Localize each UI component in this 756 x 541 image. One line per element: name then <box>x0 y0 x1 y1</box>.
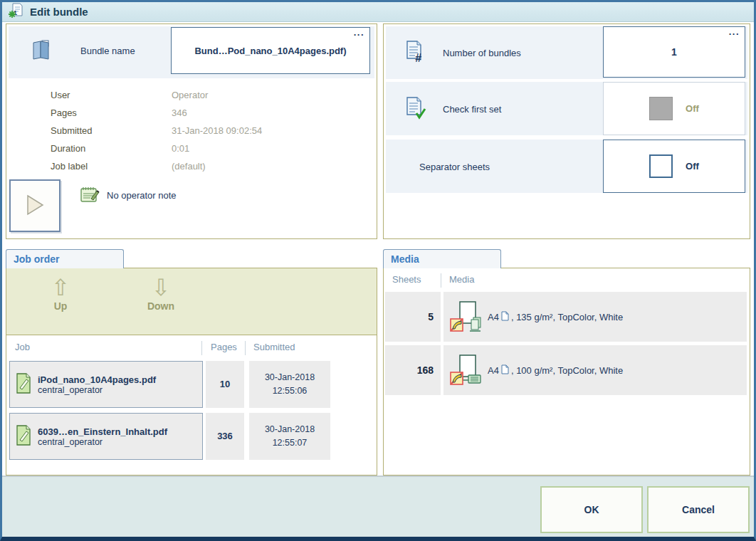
meta-label: User <box>51 90 172 100</box>
separator-sheets-toggle[interactable]: Off <box>603 140 745 193</box>
a4-portrait-icon <box>501 311 509 323</box>
job-order-tab-label: Job order <box>14 253 60 265</box>
separator-sheets-checkbox[interactable] <box>649 154 673 178</box>
up-arrow-icon: ⇧ <box>25 275 96 300</box>
column-separator <box>441 273 441 288</box>
column-header-media[interactable]: Media <box>449 274 474 285</box>
up-label: Up <box>54 300 68 312</box>
down-label: Down <box>147 300 174 312</box>
meta-label: Duration <box>51 143 172 154</box>
column-separator <box>201 341 202 355</box>
edit-bundle-icon: 1 <box>9 3 24 21</box>
down-arrow-icon: ⇩ <box>125 275 196 300</box>
media-spec: , 100 g/m², TopColor, White <box>511 365 623 376</box>
number-of-bundles-ellipsis[interactable]: ... <box>729 27 740 36</box>
column-header-sheets[interactable]: Sheets <box>392 274 421 285</box>
meta-value: (default) <box>172 161 206 172</box>
job-order-body: ⇧ Up ⇩ Down Job Pages Submitted <box>6 268 377 476</box>
meta-label: Submitted <box>51 125 172 136</box>
bundle-info-panel: Bundle name ... Bund…Pod_nano_10A4pages.… <box>6 23 377 239</box>
job-row-1-pages-cell: 10 <box>206 361 244 408</box>
column-header-pages[interactable]: Pages <box>211 342 237 352</box>
meta-row-submitted: Submitted 31-Jan-2018 09:02:54 <box>51 122 262 140</box>
job-owner: central_operator <box>38 385 156 395</box>
operator-note[interactable]: No operator note <box>80 184 177 206</box>
separator-sheets-state: Off <box>686 161 699 172</box>
job-row-1-name-cell[interactable]: iPod_nano_10A4pages.pdf central_operator <box>9 361 203 408</box>
meta-label: Pages <box>51 107 172 118</box>
bundle-name-label: Bundle name <box>80 46 135 56</box>
job-pages: 10 <box>220 377 230 392</box>
media-row-2-sheets-cell: 168 <box>385 345 441 395</box>
bundle-metadata: User Operator Pages 346 Submitted 31-Jan… <box>51 86 262 175</box>
move-down-button[interactable]: ⇩ Down <box>125 275 196 312</box>
media-size: A4 <box>488 365 499 376</box>
cancel-button[interactable]: Cancel <box>647 486 750 533</box>
meta-value: 0:01 <box>172 143 189 154</box>
check-first-set-checkbox[interactable] <box>649 97 673 120</box>
separator-sheets-label: Separator sheets <box>419 161 490 172</box>
column-separator <box>245 341 246 355</box>
media-row-1-sheets-cell: 5 <box>385 292 441 342</box>
meta-row-user: User Operator <box>51 86 262 104</box>
check-first-set-toggle[interactable]: Off <box>603 82 745 135</box>
operator-note-icon <box>80 184 100 206</box>
tab-media[interactable]: Media <box>383 249 501 268</box>
ok-button[interactable]: OK <box>540 486 643 533</box>
meta-label: Job label <box>51 161 172 172</box>
check-first-set-label: Check first set <box>443 103 501 114</box>
title-bar: 1 Edit bundle <box>2 2 754 22</box>
check-first-set-state: Off <box>686 103 699 114</box>
move-up-button[interactable]: ⇧ Up <box>25 275 96 312</box>
column-header-submitted[interactable]: Submitted <box>253 342 295 352</box>
number-of-bundles-icon: # <box>403 40 427 65</box>
job-pages: 336 <box>217 429 233 443</box>
job-row-2-name-cell[interactable]: 6039…en_Einstern_Inhalt.pdf central_oper… <box>9 413 203 460</box>
bundle-name-field[interactable]: ... Bund…Pod_nano_10A4pages.pdf) <box>171 27 370 74</box>
job-row-1-submitted-cell: 30-Jan-2018 12:55:06 <box>249 361 330 408</box>
job-order-toolbar: ⇧ Up ⇩ Down <box>6 268 377 335</box>
svg-text:#: # <box>415 52 421 63</box>
dialog-footer: OK Cancel <box>2 476 754 537</box>
bundle-name-ellipsis[interactable]: ... <box>354 28 364 37</box>
media-sheet-icon <box>449 300 482 335</box>
media-size: A4 <box>488 312 499 322</box>
media-row-1-media-cell[interactable]: A4 , 135 g/m², TopColor, White <box>443 292 747 342</box>
number-of-bundles-value: 1 <box>671 46 677 58</box>
media-tab-label: Media <box>391 253 419 265</box>
bundle-options-panel: # Number of bundles ... 1 Check first se… <box>383 23 750 239</box>
bundle-icon <box>31 39 52 63</box>
job-row-2-pages-cell: 336 <box>206 413 244 460</box>
play-button[interactable] <box>9 179 61 232</box>
dialog-title: Edit bundle <box>30 6 88 18</box>
ok-button-label: OK <box>584 504 599 515</box>
edit-bundle-dialog: 1 Edit bundle Bundle name ... Bund…Pod_n… <box>0 0 756 541</box>
play-icon <box>24 194 46 219</box>
media-row-2-media-cell[interactable]: A4 , 100 g/m², TopColor, White <box>443 345 747 395</box>
job-name: 6039…en_Einstern_Inhalt.pdf <box>38 426 167 437</box>
job-name: iPod_nano_10A4pages.pdf <box>38 374 156 385</box>
job-row-2-submitted-cell: 30-Jan-2018 12:55:07 <box>249 413 330 460</box>
media-sheets-count: 5 <box>428 311 434 322</box>
meta-value: 346 <box>172 107 187 118</box>
media-tray-icon <box>449 353 482 388</box>
job-submitted: 30-Jan-2018 12:55:06 <box>249 371 330 398</box>
meta-row-duration: Duration 0:01 <box>51 140 262 157</box>
job-order-panel: Job order ⇧ Up ⇩ Down Job Pages Submitte… <box>6 249 377 476</box>
media-body: Sheets Media 5 <box>383 268 750 476</box>
bundle-name-value: Bund…Pod_nano_10A4pages.pdf) <box>194 46 346 56</box>
check-first-set-icon <box>403 96 427 122</box>
number-of-bundles-field[interactable]: ... 1 <box>603 26 745 78</box>
job-document-icon <box>16 425 31 448</box>
number-of-bundles-label: Number of bundles <box>443 48 521 58</box>
meta-value: Operator <box>172 90 208 100</box>
media-panel: Media Sheets Media 5 <box>383 249 750 476</box>
column-header-job[interactable]: Job <box>15 342 30 352</box>
a4-portrait-icon <box>501 364 509 377</box>
job-submitted: 30-Jan-2018 12:55:07 <box>249 423 330 450</box>
job-owner: central_operator <box>38 437 167 447</box>
meta-row-pages: Pages 346 <box>51 104 262 122</box>
job-document-icon <box>16 373 31 396</box>
tab-job-order[interactable]: Job order <box>6 249 124 268</box>
cancel-button-label: Cancel <box>682 504 715 515</box>
